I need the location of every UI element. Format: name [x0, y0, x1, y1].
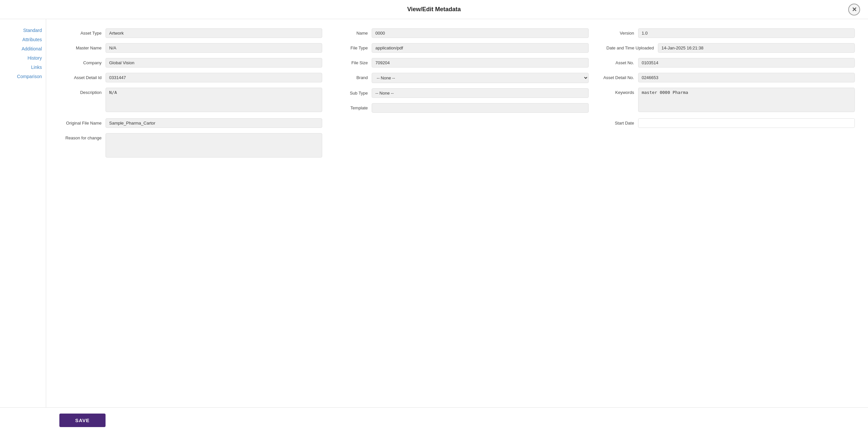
- input-reason-for-change[interactable]: [105, 133, 322, 158]
- label-brand: Brand: [326, 73, 372, 80]
- label-date-uploaded: Date and Time Uploaded: [592, 43, 658, 51]
- label-master-name: Master Name: [59, 43, 105, 51]
- label-file-size: File Size: [326, 58, 372, 65]
- sidebar-item-links[interactable]: Links: [31, 64, 42, 70]
- field-file-size: File Size: [326, 58, 588, 68]
- field-master-name: Master Name: [59, 43, 322, 53]
- form-section: Asset Type Master Name Company: [59, 28, 855, 164]
- label-sub-type: Sub Type: [326, 88, 372, 96]
- label-file-type: File Type: [326, 43, 372, 51]
- field-name: Name: [326, 28, 588, 38]
- input-sub-type[interactable]: [372, 88, 588, 98]
- field-reason-for-change: Reason for change: [59, 133, 322, 159]
- close-button[interactable]: ✕: [848, 4, 860, 15]
- input-start-date[interactable]: [638, 118, 855, 128]
- label-company: Company: [59, 58, 105, 65]
- label-start-date: Start Date: [592, 118, 638, 126]
- sidebar-item-history[interactable]: History: [27, 55, 42, 61]
- label-description: Description: [59, 88, 105, 95]
- input-company[interactable]: [105, 58, 322, 68]
- field-date-uploaded: Date and Time Uploaded: [592, 43, 855, 53]
- input-original-file-name[interactable]: [105, 118, 322, 128]
- label-original-file-name: Original File Name: [59, 118, 105, 126]
- form-col-3: Version Date and Time Uploaded Asset No.: [592, 28, 855, 164]
- field-file-type: File Type: [326, 43, 588, 53]
- input-asset-type[interactable]: [105, 28, 322, 38]
- modal-title: View/Edit Metadata: [407, 6, 461, 13]
- sidebar: StandardAttributesAdditionalHistoryLinks…: [0, 19, 46, 407]
- field-start-date: Start Date: [592, 118, 855, 128]
- input-keywords[interactable]: master 0000 Pharma: [638, 88, 855, 112]
- input-master-name[interactable]: [105, 43, 322, 53]
- label-keywords: Keywords: [592, 88, 638, 95]
- input-version[interactable]: [638, 28, 855, 38]
- main-content: Asset Type Master Name Company: [46, 19, 868, 407]
- field-sub-type: Sub Type: [326, 88, 588, 98]
- field-asset-detail-id: Asset Detail Id: [59, 73, 322, 82]
- sidebar-item-comparison[interactable]: Comparison: [17, 73, 42, 80]
- input-file-type[interactable]: [372, 43, 588, 53]
- label-asset-detail-id: Asset Detail Id: [59, 73, 105, 80]
- input-name[interactable]: [372, 28, 588, 38]
- label-asset-detail-no: Asset Detail No.: [592, 73, 638, 80]
- sidebar-item-additional[interactable]: Additional: [22, 45, 42, 52]
- field-version: Version: [592, 28, 855, 38]
- footer: SAVE: [0, 407, 868, 433]
- field-description: Description N/A: [59, 88, 322, 113]
- input-description[interactable]: N/A: [105, 88, 322, 112]
- input-file-size[interactable]: [372, 58, 588, 68]
- sidebar-item-standard[interactable]: Standard: [23, 27, 42, 34]
- input-template[interactable]: [372, 103, 588, 113]
- field-keywords: Keywords master 0000 Pharma: [592, 88, 855, 113]
- form-col-2: Name File Type File Size: [326, 28, 588, 164]
- label-name: Name: [326, 28, 372, 36]
- field-original-file-name: Original File Name: [59, 118, 322, 128]
- field-template: Template: [326, 103, 588, 113]
- sidebar-item-attributes[interactable]: Attributes: [23, 36, 42, 43]
- label-template: Template: [326, 103, 372, 110]
- label-asset-no: Asset No.: [592, 58, 638, 65]
- field-asset-no: Asset No.: [592, 58, 855, 68]
- input-asset-detail-id[interactable]: [105, 73, 322, 82]
- input-date-uploaded[interactable]: [658, 43, 855, 53]
- field-asset-type: Asset Type: [59, 28, 322, 38]
- label-asset-type: Asset Type: [59, 28, 105, 36]
- field-company: Company: [59, 58, 322, 68]
- modal: View/Edit Metadata ✕ StandardAttributesA…: [0, 0, 868, 433]
- select-brand[interactable]: -- None --: [372, 73, 588, 83]
- save-button[interactable]: SAVE: [59, 413, 105, 427]
- label-reason-for-change: Reason for change: [59, 133, 105, 140]
- input-asset-detail-no[interactable]: [638, 73, 855, 82]
- modal-header: View/Edit Metadata ✕: [0, 0, 868, 19]
- modal-body: StandardAttributesAdditionalHistoryLinks…: [0, 19, 868, 407]
- field-brand: Brand -- None --: [326, 73, 588, 83]
- field-asset-detail-no: Asset Detail No.: [592, 73, 855, 82]
- input-asset-no[interactable]: [638, 58, 855, 68]
- form-col-1: Asset Type Master Name Company: [59, 28, 322, 164]
- label-version: Version: [592, 28, 638, 36]
